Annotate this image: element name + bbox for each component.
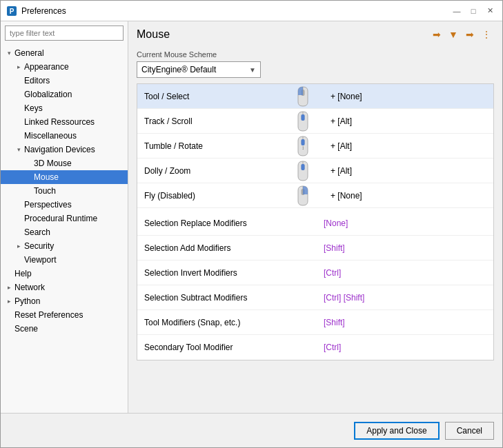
- modifier-label: Selection Replace Modifiers: [144, 218, 324, 228]
- sidebar-item-label: Help: [14, 269, 128, 278]
- sidebar-item-scene[interactable]: Scene: [1, 322, 128, 336]
- scheme-section: Current Mouse Scheme CityEngine® Default…: [137, 50, 494, 78]
- sidebar-item-search[interactable]: Search: [1, 225, 128, 239]
- sidebar-item-label: Touch: [34, 186, 128, 196]
- menu-button[interactable]: ⋮: [479, 27, 494, 42]
- sidebar-item-editors[interactable]: Editors: [1, 74, 128, 88]
- mouse-binding-row[interactable]: Tumble / Rotate↕+ [Alt]: [137, 134, 493, 159]
- modifier-row[interactable]: Selection Subtract Modifiers[Ctrl] [Shif…: [137, 285, 493, 310]
- tree-arrow-icon: [14, 242, 23, 250]
- sidebar-item-reset-preferences[interactable]: Reset Preferences: [1, 308, 128, 322]
- mouse-icon: ↕: [275, 134, 331, 159]
- modifier-value: [Ctrl] [Shift]: [324, 293, 364, 303]
- sidebar-item-help[interactable]: Help: [1, 267, 128, 281]
- modifier-row[interactable]: Tool Modifiers (Snap, etc.)[Shift]: [137, 310, 493, 335]
- sidebar-item-3d-mouse[interactable]: 3D Mouse: [1, 156, 128, 170]
- mouse-icon: [275, 183, 331, 208]
- window-controls: — □ ✕: [450, 4, 497, 18]
- tree-arrow-icon: [5, 283, 13, 292]
- close-button[interactable]: ✕: [483, 4, 497, 18]
- sidebar-item-label: Reset Preferences: [14, 310, 128, 320]
- sidebar-item-keys[interactable]: Keys: [1, 101, 128, 115]
- scheme-dropdown[interactable]: CityEngine® Default ▼: [137, 61, 261, 78]
- mouse-icon: [275, 109, 331, 134]
- app-icon: P: [6, 6, 17, 17]
- sidebar-item-label: Procedural Runtime: [24, 214, 128, 223]
- sidebar-item-procedural-runtime[interactable]: Procedural Runtime: [1, 212, 128, 225]
- main-panel: Mouse ➡︎ ▼ ➡︎ ⋮ Current Mouse Scheme Cit…: [128, 21, 502, 413]
- panel-toolbar: ➡︎ ▼ ➡︎ ⋮: [429, 27, 494, 42]
- mouse-binding-value: + [Alt]: [331, 116, 352, 126]
- sidebar-item-python[interactable]: Python: [1, 294, 128, 308]
- sidebar-item-label: Security: [24, 241, 128, 251]
- scheme-label: Current Mouse Scheme: [137, 50, 494, 59]
- sidebar-item-label: Search: [24, 227, 128, 237]
- sidebar-item-label: Python: [14, 296, 128, 306]
- tree-arrow-icon: [14, 63, 23, 71]
- tree-arrow-icon: [5, 297, 13, 305]
- sidebar-item-label: General: [14, 48, 128, 58]
- filter-input[interactable]: [5, 26, 124, 41]
- modifier-row[interactable]: Selection Replace Modifiers[None]: [137, 211, 493, 236]
- forward-button[interactable]: ➡︎: [462, 27, 477, 42]
- scheme-value: CityEngine® Default: [141, 65, 249, 74]
- sidebar-item-label: Perspectives: [24, 200, 128, 210]
- modifier-value: [None]: [324, 218, 348, 228]
- sidebar-item-label: Network: [14, 283, 128, 292]
- sidebar-item-mouse[interactable]: Mouse: [1, 170, 128, 184]
- sidebar-item-globalization[interactable]: Globalization: [1, 88, 128, 101]
- mouse-binding-value: + [Alt]: [331, 166, 352, 176]
- modifier-label: Selection Add Modifiers: [144, 243, 324, 253]
- panel-title: Mouse: [137, 28, 170, 41]
- modifier-label: Selection Invert Modifiers: [144, 268, 324, 278]
- sidebar-item-viewport[interactable]: Viewport: [1, 253, 128, 267]
- modifier-row[interactable]: Secondary Tool Modifier[Ctrl]: [137, 335, 493, 360]
- sidebar-item-appearance[interactable]: Appearance: [1, 60, 128, 74]
- apply-close-button[interactable]: Apply and Close: [354, 422, 439, 440]
- tree: GeneralAppearanceEditorsGlobalizationKey…: [1, 43, 128, 413]
- minimize-button[interactable]: —: [450, 4, 464, 18]
- svg-rect-6: [302, 114, 305, 121]
- sidebar-item-perspectives[interactable]: Perspectives: [1, 198, 128, 212]
- maximize-button[interactable]: □: [466, 4, 480, 18]
- sidebar-item-security[interactable]: Security: [1, 239, 128, 253]
- sidebar-item-navigation-devices[interactable]: Navigation Devices: [1, 143, 128, 156]
- content-area: GeneralAppearanceEditorsGlobalizationKey…: [1, 21, 502, 413]
- sidebar-item-miscellaneous[interactable]: Miscellaneous: [1, 129, 128, 143]
- modifier-label: Secondary Tool Modifier: [144, 343, 324, 352]
- sidebar: GeneralAppearanceEditorsGlobalizationKey…: [1, 21, 128, 413]
- sidebar-item-label: Miscellaneous: [24, 131, 128, 141]
- dropdown-button[interactable]: ▼: [446, 27, 461, 42]
- sidebar-item-linked-resources[interactable]: Linked Ressources: [1, 115, 128, 129]
- sidebar-item-label: Editors: [24, 76, 128, 85]
- mouse-binding-row[interactable]: Fly (Disabled)+ [None]: [137, 183, 493, 208]
- mouse-action-label: Tumble / Rotate: [144, 141, 275, 151]
- mouse-binding-row[interactable]: Tool / Select+ [None]: [137, 84, 493, 109]
- mouse-binding-row[interactable]: Dolly / Zoom+ [Alt]: [137, 159, 493, 183]
- dropdown-arrow-icon: ▼: [249, 66, 256, 74]
- modifier-row[interactable]: Selection Invert Modifiers[Ctrl]: [137, 261, 493, 285]
- preferences-window: P Preferences — □ ✕ GeneralAppearanceEdi…: [0, 0, 503, 448]
- mouse-bindings-table: Tool / Select+ [None]Track / Scroll+ [Al…: [137, 83, 494, 360]
- modifier-label: Tool Modifiers (Snap, etc.): [144, 318, 324, 327]
- mouse-binding-value: + [Alt]: [331, 141, 352, 151]
- back-button[interactable]: ➡︎: [429, 27, 444, 42]
- cancel-button[interactable]: Cancel: [445, 422, 494, 440]
- panel-header: Mouse ➡︎ ▼ ➡︎ ⋮: [128, 21, 502, 45]
- modifier-row[interactable]: Selection Add Modifiers[Shift]: [137, 236, 493, 261]
- window-title: Preferences: [21, 6, 450, 16]
- title-bar: P Preferences — □ ✕: [1, 1, 502, 21]
- sidebar-item-label: Globalization: [24, 90, 128, 99]
- sidebar-item-general[interactable]: General: [1, 46, 128, 60]
- svg-rect-13: [302, 164, 305, 170]
- modifier-value: [Ctrl]: [324, 268, 341, 278]
- bottom-bar: Apply and Close Cancel: [1, 413, 502, 447]
- sidebar-item-network[interactable]: Network: [1, 281, 128, 294]
- svg-text:↕: ↕: [302, 145, 304, 151]
- mouse-action-label: Dolly / Zoom: [144, 166, 275, 176]
- mouse-icon: [275, 84, 331, 109]
- mouse-binding-row[interactable]: Track / Scroll+ [Alt]: [137, 109, 493, 134]
- sidebar-item-touch[interactable]: Touch: [1, 184, 128, 198]
- modifier-label: Selection Subtract Modifiers: [144, 293, 324, 303]
- sidebar-item-label: Appearance: [24, 62, 128, 72]
